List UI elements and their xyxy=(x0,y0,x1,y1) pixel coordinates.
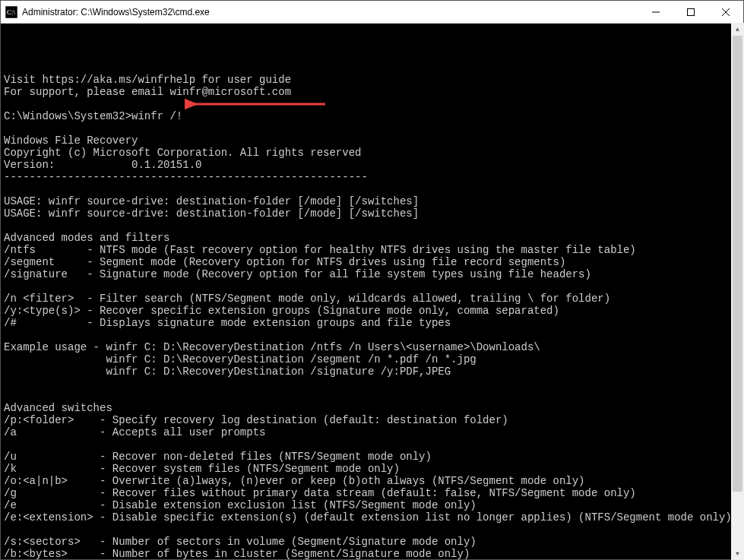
close-button[interactable] xyxy=(708,1,743,23)
terminal-content: Visit https://aka.ms/winfrhelp for user … xyxy=(4,49,740,559)
cmd-window: C:\ Administrator: C:\Windows\System32\c… xyxy=(0,0,744,560)
vertical-scrollbar[interactable]: ▲ ▼ xyxy=(731,23,744,560)
terminal-output: Visit https://aka.ms/winfrhelp for user … xyxy=(4,74,740,559)
svg-rect-3 xyxy=(688,8,695,15)
minimize-button[interactable] xyxy=(638,1,673,23)
titlebar-left: C:\ Administrator: C:\Windows\System32\c… xyxy=(5,6,210,18)
scrollbar-up-button[interactable]: ▲ xyxy=(731,23,744,36)
terminal-area[interactable]: Visit https://aka.ms/winfrhelp for user … xyxy=(1,24,743,559)
scrollbar-thumb[interactable] xyxy=(733,36,742,492)
scrollbar-down-button[interactable]: ▼ xyxy=(731,547,744,560)
titlebar[interactable]: C:\ Administrator: C:\Windows\System32\c… xyxy=(1,1,743,24)
window-controls xyxy=(638,1,743,23)
window-title: Administrator: C:\Windows\System32\cmd.e… xyxy=(22,7,210,17)
maximize-button[interactable] xyxy=(673,1,708,23)
cmd-icon: C:\ xyxy=(5,6,17,18)
svg-text:C:\: C:\ xyxy=(7,8,16,16)
